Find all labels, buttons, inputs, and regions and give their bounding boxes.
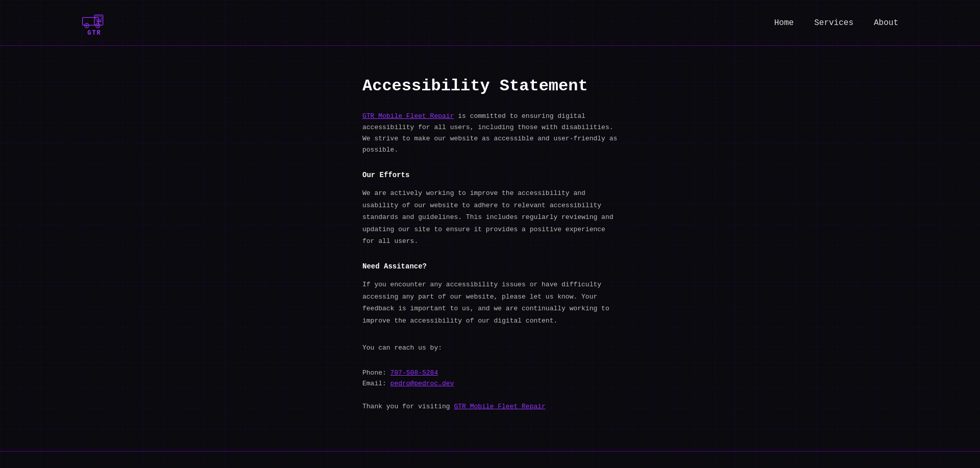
section1-body: We are actively working to improve the a… — [362, 187, 618, 247]
main-nav: Home Services About — [774, 18, 898, 28]
nav-services[interactable]: Services — [814, 18, 853, 28]
site-header: GTR Home Services About — [0, 0, 980, 46]
page-title: Accessibility Statement — [362, 77, 618, 95]
logo[interactable]: GTR — [82, 9, 107, 37]
svg-point-4 — [86, 24, 87, 26]
section2-body: If you encounter any accessibility issue… — [362, 279, 618, 327]
site-footer: © 2024 GTR Mobile Fleet Repair Service A… — [0, 451, 980, 468]
phone-label: Phone: — [362, 369, 390, 377]
phone-link[interactable]: 707-508-5284 — [390, 369, 438, 377]
nav-about[interactable]: About — [874, 18, 898, 28]
logo-text: GTR — [87, 30, 102, 37]
main-content: Accessibility Statement GTR Mobile Fleet… — [281, 46, 699, 451]
nav-home[interactable]: Home — [774, 18, 794, 28]
section1-title: Our Efforts — [362, 171, 618, 179]
logo-icon — [82, 9, 107, 30]
company-link-intro[interactable]: GTR Mobile Fleet Repair — [362, 112, 454, 120]
thank-you-prefix: Thank you for visiting — [362, 403, 454, 410]
contact-phone-block: Phone: 707-508-5284 Email: pedro@pedroc.… — [362, 369, 618, 387]
company-link-thankyou[interactable]: GTR Mobile Fleet Repair — [454, 403, 545, 410]
reach-us-text: You can reach us by: — [362, 342, 618, 354]
email-link[interactable]: pedro@pedroc.dev — [390, 380, 454, 387]
phone-label-line: Phone: 707-508-5284 — [362, 369, 618, 377]
intro-paragraph: GTR Mobile Fleet Repair is committed to … — [362, 111, 618, 156]
thank-you-paragraph: Thank you for visiting GTR Mobile Fleet … — [362, 403, 618, 410]
section2-title: Need Assitance? — [362, 262, 618, 270]
svg-point-6 — [97, 24, 99, 26]
email-label-line: Email: pedro@pedroc.dev — [362, 380, 618, 387]
email-label: Email: — [362, 380, 390, 387]
